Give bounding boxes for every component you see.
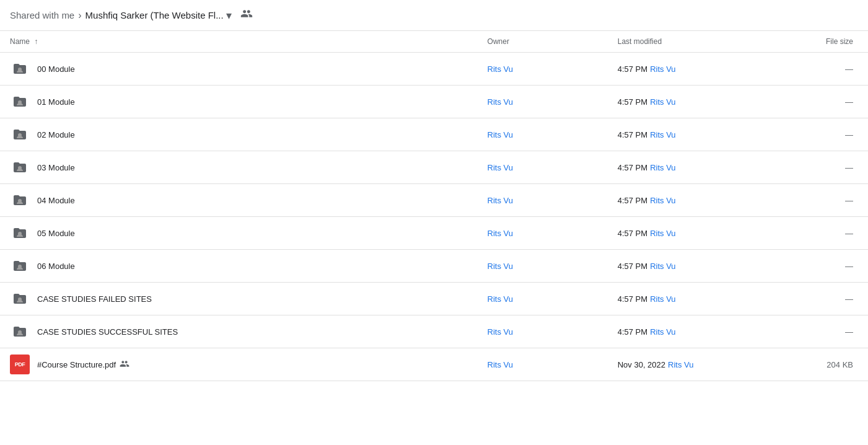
table-row[interactable]: 05 ModuleRits Vu4:57 PMRits Vu— (0, 217, 868, 250)
file-size-cell: — (764, 217, 868, 250)
table-row[interactable]: 01 ModuleRits Vu4:57 PMRits Vu— (0, 86, 868, 118)
column-file-size[interactable]: File size (764, 31, 868, 53)
owner-link[interactable]: Rits Vu (488, 327, 513, 337)
file-name-cell: CASE STUDIES SUCCESSFUL SITES (0, 315, 478, 348)
file-name-label: CASE STUDIES SUCCESSFUL SITES (37, 327, 178, 337)
file-name-cell: 02 Module (0, 118, 478, 151)
file-size-cell: — (764, 250, 868, 283)
file-modified-cell: 4:57 PMRits Vu (608, 86, 764, 118)
modified-owner[interactable]: Rits Vu (650, 130, 675, 139)
breadcrumb-separator: › (78, 10, 81, 21)
file-name-label: 05 Module (37, 229, 75, 238)
modified-time: 4:57 PM (618, 163, 647, 172)
shared-people-icon[interactable] (240, 7, 253, 23)
column-last-modified-label: Last modified (618, 37, 662, 46)
file-name-label: 02 Module (37, 130, 75, 139)
modified-owner[interactable]: Rits Vu (650, 97, 675, 107)
column-last-modified[interactable]: Last modified (608, 31, 764, 53)
breadcrumb: Shared with me › Mushfiq Sarker (The Web… (0, 0, 868, 31)
breadcrumb-current-folder: Mushfiq Sarker (The Website Fl... ▾ (85, 10, 232, 21)
modified-owner[interactable]: Rits Vu (650, 262, 675, 271)
file-size-cell: — (764, 315, 868, 348)
file-name-label: 06 Module (37, 262, 75, 271)
modified-time: 4:57 PM (618, 64, 647, 74)
table-row[interactable]: CASE STUDIES SUCCESSFUL SITESRits Vu4:57… (0, 315, 868, 348)
breadcrumb-folder-name: Mushfiq Sarker (The Website Fl... (85, 10, 224, 20)
table-row[interactable]: 00 ModuleRits Vu4:57 PMRits Vu— (0, 53, 868, 86)
owner-link[interactable]: Rits Vu (488, 262, 513, 271)
file-size-cell: — (764, 151, 868, 184)
shared-folder-icon (10, 125, 30, 144)
file-name-cell: 01 Module (0, 86, 478, 118)
file-name-label: #Course Structure.pdf (37, 360, 116, 369)
sort-icon: ↑ (34, 37, 38, 46)
file-name-cell: 04 Module (0, 184, 478, 217)
modified-owner[interactable]: Rits Vu (650, 64, 675, 74)
shared-folder-icon (10, 223, 30, 243)
modified-owner[interactable]: Rits Vu (650, 196, 675, 205)
shared-folder-icon (10, 190, 30, 210)
pdf-file-icon: PDF (10, 355, 30, 374)
table-row[interactable]: 04 ModuleRits Vu4:57 PMRits Vu— (0, 184, 868, 217)
column-name-label: Name (10, 37, 30, 46)
file-modified-cell: 4:57 PMRits Vu (608, 217, 764, 250)
file-owner-cell: Rits Vu (478, 217, 608, 250)
file-modified-cell: 4:57 PMRits Vu (608, 184, 764, 217)
file-owner-cell: Rits Vu (478, 184, 608, 217)
owner-link[interactable]: Rits Vu (488, 97, 513, 107)
modified-time: Nov 30, 2022 (618, 360, 665, 369)
modified-owner[interactable]: Rits Vu (650, 163, 675, 172)
file-size-cell: — (764, 184, 868, 217)
file-owner-cell: Rits Vu (478, 151, 608, 184)
file-modified-cell: 4:57 PMRits Vu (608, 315, 764, 348)
file-modified-cell: 4:57 PMRits Vu (608, 250, 764, 283)
owner-link[interactable]: Rits Vu (488, 229, 513, 238)
file-owner-cell: Rits Vu (478, 283, 608, 315)
file-modified-cell: 4:57 PMRits Vu (608, 283, 764, 315)
shared-folder-icon (10, 59, 30, 79)
owner-link[interactable]: Rits Vu (488, 196, 513, 205)
file-size-cell: — (764, 86, 868, 118)
modified-owner[interactable]: Rits Vu (650, 327, 675, 337)
table-row[interactable]: 06 ModuleRits Vu4:57 PMRits Vu— (0, 250, 868, 283)
file-name-cell: 00 Module (0, 53, 478, 86)
file-owner-cell: Rits Vu (478, 86, 608, 118)
table-row[interactable]: 03 ModuleRits Vu4:57 PMRits Vu— (0, 151, 868, 184)
modified-time: 4:57 PM (618, 196, 647, 205)
modified-time: 4:57 PM (618, 97, 647, 107)
modified-owner[interactable]: Rits Vu (650, 294, 675, 304)
file-name-label: 00 Module (37, 64, 75, 74)
modified-owner[interactable]: Rits Vu (668, 360, 693, 369)
file-owner-cell: Rits Vu (478, 315, 608, 348)
file-owner-cell: Rits Vu (478, 53, 608, 86)
file-name-cell: 03 Module (0, 151, 478, 184)
owner-link[interactable]: Rits Vu (488, 163, 513, 172)
file-name-cell: 05 Module (0, 217, 478, 250)
file-size-cell: — (764, 53, 868, 86)
modified-owner[interactable]: Rits Vu (650, 229, 675, 238)
table-row[interactable]: CASE STUDIES FAILED SITESRits Vu4:57 PMR… (0, 283, 868, 315)
breadcrumb-shared-with-me[interactable]: Shared with me (10, 10, 74, 20)
file-size-cell: — (764, 283, 868, 315)
owner-link[interactable]: Rits Vu (488, 360, 513, 369)
modified-time: 4:57 PM (618, 327, 647, 337)
owner-link[interactable]: Rits Vu (488, 64, 513, 74)
file-modified-cell: 4:57 PMRits Vu (608, 53, 764, 86)
table-row[interactable]: 02 ModuleRits Vu4:57 PMRits Vu— (0, 118, 868, 151)
column-name[interactable]: Name ↑ (0, 31, 478, 53)
column-owner[interactable]: Owner (478, 31, 608, 53)
file-size-cell: 204 KB (764, 348, 868, 381)
modified-time: 4:57 PM (618, 262, 647, 271)
table-row[interactable]: PDF#Course Structure.pdf Rits VuNov 30, … (0, 348, 868, 381)
file-modified-cell: Nov 30, 2022Rits Vu (608, 348, 764, 381)
modified-time: 4:57 PM (618, 229, 647, 238)
file-modified-cell: 4:57 PMRits Vu (608, 118, 764, 151)
file-name-label: CASE STUDIES FAILED SITES (37, 294, 152, 304)
shared-folder-icon (10, 256, 30, 276)
breadcrumb-dropdown-button[interactable]: ▾ (226, 10, 232, 21)
owner-link[interactable]: Rits Vu (488, 130, 513, 139)
file-owner-cell: Rits Vu (478, 348, 608, 381)
shared-folder-icon (10, 157, 30, 177)
owner-link[interactable]: Rits Vu (488, 294, 513, 304)
file-shared-people-icon (120, 359, 129, 371)
